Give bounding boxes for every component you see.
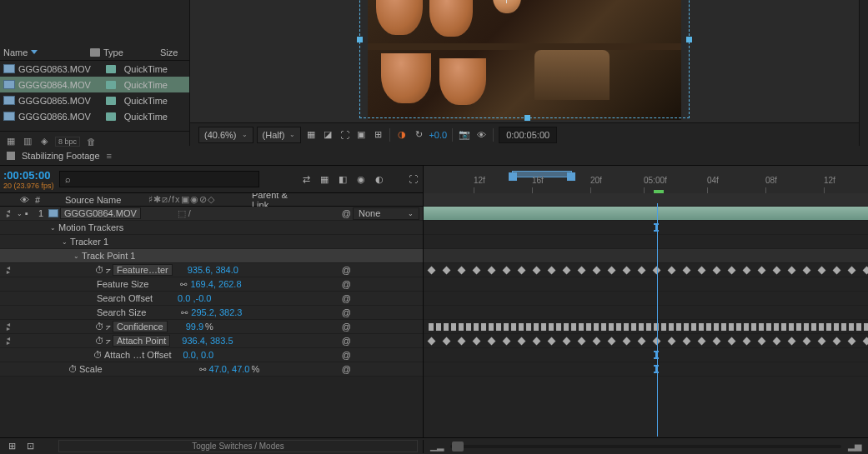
preview-timecode[interactable]: 0:00:05:00: [499, 127, 557, 143]
frame-blend-icon[interactable]: ◉: [354, 172, 368, 186]
keyframe-icon[interactable]: [548, 267, 556, 275]
keyframe-icon[interactable]: [428, 267, 436, 275]
keyframe-icon[interactable]: [683, 337, 691, 346]
keyframe-icon[interactable]: [698, 267, 706, 275]
keyframe-icon[interactable]: [474, 323, 479, 331]
keyframe-icon[interactable]: [788, 337, 796, 346]
channel-icon[interactable]: ◑: [395, 128, 409, 142]
keyframe-icon[interactable]: [766, 323, 771, 331]
keyframe-icon[interactable]: [728, 337, 736, 346]
graph-editor-icon[interactable]: ⛶: [406, 172, 419, 186]
tracker-group[interactable]: ⌄Tracker 1: [0, 235, 423, 249]
keyframe-icon[interactable]: [623, 337, 631, 346]
pickwhip-icon[interactable]: @: [342, 279, 351, 289]
pickwhip-icon[interactable]: @: [342, 265, 351, 275]
transfer-controls-icon[interactable]: ⊡: [23, 440, 37, 453]
keyframe-icon[interactable]: [638, 267, 646, 275]
keyframe-icon[interactable]: [526, 323, 531, 331]
property-row-attach-point[interactable]: ◄►⏱⦢Attach Point936.4, 383.5@: [0, 334, 423, 348]
transparency-grid-icon[interactable]: ▦: [304, 128, 318, 142]
prop-value[interactable]: 935.6, 384.0: [188, 265, 238, 275]
keyframe-icon[interactable]: [661, 323, 666, 331]
keyframe-icon[interactable]: [624, 323, 629, 331]
time-ruler[interactable]: 12f16f20f05:00f04f08f12f: [424, 166, 868, 193]
keyframe-icon[interactable]: [684, 323, 689, 331]
keyframe-icon[interactable]: [564, 323, 569, 331]
stopwatch-icon[interactable]: ⏱: [95, 265, 104, 275]
stopwatch-icon[interactable]: ⏱: [93, 350, 103, 360]
shy-icon[interactable]: ◧: [336, 172, 349, 186]
layer-duration-bar[interactable]: [424, 207, 868, 221]
keyframe-icon[interactable]: [773, 267, 781, 275]
keyframe-icon[interactable]: [428, 337, 436, 346]
motion-trackers-group[interactable]: ⌄Motion Trackers: [0, 221, 423, 235]
keyframe-icon[interactable]: [533, 267, 541, 275]
keyframe-icon[interactable]: [504, 323, 509, 331]
keyframe-icon[interactable]: [804, 323, 809, 331]
keyframe-icon[interactable]: [788, 267, 796, 275]
keyframe-icon[interactable]: [713, 267, 721, 275]
keyframe-icon[interactable]: [833, 267, 841, 275]
keyframe-icon[interactable]: [669, 323, 674, 331]
draft3d-icon[interactable]: ▦: [318, 172, 331, 186]
keyframe-icon[interactable]: [743, 267, 751, 275]
mask-toggle-icon[interactable]: ◪: [321, 128, 334, 142]
keyframe-icon[interactable]: [443, 267, 451, 275]
keyframe-icon[interactable]: [834, 323, 839, 331]
zoom-out-icon[interactable]: ▁▂: [430, 441, 444, 452]
keyframe-icon[interactable]: [563, 267, 571, 275]
grid-icon[interactable]: ▣: [354, 128, 368, 142]
keyframe-icon[interactable]: [608, 337, 616, 346]
current-timecode[interactable]: :00:05:00: [3, 169, 54, 182]
keyframe-icon[interactable]: [789, 323, 794, 331]
keyframe-icon[interactable]: [473, 337, 481, 346]
keyframe-icon[interactable]: [818, 337, 826, 346]
keyframe-icon[interactable]: [623, 267, 631, 275]
keyframe-icon[interactable]: [728, 267, 736, 275]
keyframe-icon[interactable]: [639, 323, 644, 331]
roi-icon[interactable]: ⛶: [338, 128, 351, 142]
keyframe-icon[interactable]: [436, 323, 441, 331]
keyframe-icon[interactable]: [863, 337, 868, 346]
keyframe-icon[interactable]: [819, 323, 824, 331]
keyframe-icon[interactable]: [473, 267, 481, 275]
keyframe-icon[interactable]: [616, 323, 621, 331]
keyframe-icon[interactable]: [721, 323, 726, 331]
track-point-group[interactable]: ⌄Track Point 1: [0, 249, 423, 263]
keyframe-icon[interactable]: [833, 337, 841, 346]
pickwhip-icon[interactable]: @: [342, 322, 351, 332]
keyframe-icon[interactable]: [668, 267, 676, 275]
keyframe-icon[interactable]: [443, 337, 451, 346]
keyframe-icon[interactable]: [489, 323, 494, 331]
property-row-search-offset[interactable]: Search Offset0.0 ,-0.0@: [0, 292, 423, 306]
keyframe-icon[interactable]: [631, 323, 636, 331]
keyframe-icon[interactable]: [518, 267, 526, 275]
reset-exposure-icon[interactable]: ↻: [412, 128, 425, 142]
keyframe-icon[interactable]: [848, 337, 856, 346]
parent-dropdown[interactable]: None⌄: [353, 207, 419, 220]
property-row-confidence[interactable]: ◄►⏱⦢Confidence99.9 %@: [0, 320, 423, 334]
keyframe-icon[interactable]: [646, 323, 651, 331]
keyframe-icon[interactable]: [548, 337, 556, 346]
keyframe-icon[interactable]: [458, 337, 466, 346]
snapshot-icon[interactable]: 📷: [458, 128, 471, 142]
keyframe-icon[interactable]: [826, 323, 831, 331]
keyframe-icon[interactable]: [729, 323, 734, 331]
pickwhip-icon[interactable]: @: [342, 364, 351, 374]
pickwhip-icon[interactable]: @: [342, 350, 351, 360]
keyframe-icon[interactable]: [758, 267, 766, 275]
keyframe-icon[interactable]: [856, 323, 861, 331]
keyframe-icon[interactable]: [803, 267, 811, 275]
toggle-switches-button[interactable]: Toggle Switches / Modes: [58, 440, 418, 452]
motion-blur-icon[interactable]: ◐: [373, 172, 386, 186]
zoom-thumb[interactable]: [452, 442, 464, 452]
keyframe-icon[interactable]: [744, 323, 749, 331]
property-row-scale[interactable]: ⏱Scale⚯47.0, 47.0 %@: [0, 362, 423, 377]
keyframe-icon[interactable]: [803, 337, 811, 346]
property-row-search-size[interactable]: Search Size⚯295.2, 382.3@: [0, 306, 423, 320]
keyframe-icon[interactable]: [736, 323, 741, 331]
keyframe-icon[interactable]: [511, 323, 516, 331]
keyframe-icon[interactable]: [751, 323, 756, 331]
keyframe-icon[interactable]: [774, 323, 779, 331]
prop-value[interactable]: 0.0, 0.0: [183, 350, 214, 360]
